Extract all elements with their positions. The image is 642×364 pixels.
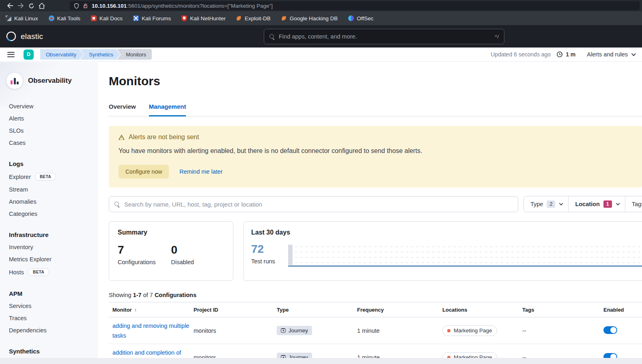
sidebar-item-label: Categories <box>9 211 37 217</box>
sidebar-item-services[interactable]: Services <box>9 300 97 312</box>
sidebar-item-hosts[interactable]: HostsBETA <box>9 265 97 279</box>
bookmark-offsec[interactable]: OffSec <box>348 15 373 22</box>
location-chip[interactable]: Marketing Page <box>442 325 497 336</box>
kibana-toolbar: D Observability Synthetics Monitors Upda… <box>0 47 642 62</box>
sidebar-item-stream[interactable]: Stream <box>9 183 97 196</box>
bookmark-exploit-db[interactable]: Exploit-DB <box>236 15 271 22</box>
configurations-label: Configurations <box>118 259 171 265</box>
kali-forums-favicon-icon <box>133 15 139 21</box>
global-search-input[interactable] <box>279 33 491 40</box>
monitor-search-input[interactable] <box>124 201 513 208</box>
configure-now-button[interactable]: Configure now <box>118 165 169 179</box>
global-search[interactable]: ^/ <box>264 29 504 44</box>
filter-label: Location <box>575 201 599 207</box>
column-header-type[interactable]: Type <box>277 307 357 313</box>
sidebar-item-cases[interactable]: Cases <box>9 137 97 149</box>
column-header-monitor[interactable]: Monitor <box>109 307 194 313</box>
shield-icon[interactable] <box>74 3 79 9</box>
bookmark-label: Kali Tools <box>57 15 81 22</box>
chevron-down-icon <box>559 201 563 205</box>
sidebar-item-overview[interactable]: Overview <box>9 100 97 112</box>
sidebar: Observability Overview Alerts SLOs Cases… <box>0 62 97 364</box>
breadcrumb-observability[interactable]: Observability <box>40 49 84 60</box>
bookmark-google-hacking-db[interactable]: Google Hacking DB <box>281 15 338 22</box>
journey-icon <box>281 328 286 333</box>
bookmark-kali-forums[interactable]: Kali Forums <box>133 15 171 22</box>
column-header-tags[interactable]: Tags <box>522 307 603 313</box>
tab-overview[interactable]: Overview <box>109 103 136 116</box>
google-hacking-db-favicon-icon <box>281 15 287 21</box>
beta-badge: BETA <box>28 268 49 276</box>
type-cell: Journey <box>277 326 357 335</box>
bookmark-kali-tools[interactable]: Kali Tools <box>49 15 81 22</box>
callout-title: Alerts are not being sent <box>129 134 199 141</box>
back-icon[interactable] <box>5 1 15 10</box>
forward-icon[interactable] <box>15 1 26 10</box>
sidebar-app-title: Observability <box>28 77 72 85</box>
sidebar-item-traces[interactable]: Traces <box>9 312 97 324</box>
warning-icon <box>118 135 125 140</box>
filter-location[interactable]: Location 1 <box>568 196 625 212</box>
monitor-search-box[interactable] <box>109 196 518 212</box>
sidebar-section-apm: APM <box>9 287 97 300</box>
journey-badge: Journey <box>277 326 312 335</box>
breadcrumb-monitors: Monitors <box>117 49 152 60</box>
home-icon[interactable] <box>37 1 47 10</box>
sidebar-item-anomalies[interactable]: Anomalies <box>9 196 97 208</box>
bookmark-label: Kali Forums <box>142 15 171 22</box>
column-header-project-id[interactable]: Project ID <box>194 307 277 313</box>
sidebar-item-metrics-explorer[interactable]: Metrics Explorer <box>9 253 97 265</box>
tab-management[interactable]: Management <box>149 103 186 116</box>
breadcrumb-synthetics[interactable]: Synthetics <box>80 49 121 60</box>
tabs: Overview Management <box>109 103 642 116</box>
sidebar-section-synthetics: Synthetics <box>9 345 97 358</box>
locations-cell: Marketing Page <box>442 325 522 336</box>
kali-linux-favicon-icon <box>6 15 11 21</box>
filter-type[interactable]: Type 2 <box>524 196 568 212</box>
offsec-favicon-icon <box>348 15 354 21</box>
enabled-toggle[interactable] <box>603 326 617 334</box>
refresh-interval-button[interactable]: 1 m <box>556 51 575 58</box>
monitor-link[interactable]: adding and removing multiple tasks <box>112 321 190 340</box>
search-icon <box>114 202 120 207</box>
last-30-days-title: Last 30 days <box>251 229 642 236</box>
sidebar-item-alerts[interactable]: Alerts <box>9 112 97 125</box>
alerts-and-rules-menu[interactable]: Alerts and rules <box>587 51 635 58</box>
test-runs-sparkline-chart <box>288 243 642 267</box>
sidebar-item-inventory[interactable]: Inventory <box>9 241 97 253</box>
url-bar[interactable]: 10.10.156.101:5601/app/synthetics/monito… <box>70 1 640 10</box>
chevron-down-icon <box>616 201 620 205</box>
bookmark-label: Kali Linux <box>14 15 38 22</box>
column-header-frequency[interactable]: Frequency <box>357 307 442 313</box>
url-host: 10.10.156.101 <box>92 3 127 9</box>
bookmark-label: OffSec <box>357 15 373 22</box>
browser-toolbar: 10.10.156.101:5601/app/synthetics/monito… <box>0 0 642 11</box>
bookmark-label: Kali NetHunter <box>190 15 226 22</box>
sparkline-bar <box>288 245 293 265</box>
kali-docs-favicon-icon <box>91 15 97 21</box>
sidebar-item-explorer[interactable]: ExplorerBETA <box>9 170 97 183</box>
sidebar-item-categories[interactable]: Categories <box>9 208 97 220</box>
filter-tags[interactable]: Tags <box>625 196 642 212</box>
bookmark-kali-docs[interactable]: Kali Docs <box>91 15 123 22</box>
insecure-lock-icon[interactable] <box>83 3 88 9</box>
main-content: Monitors Overview Management Alerts are … <box>97 62 642 364</box>
page-title: Monitors <box>109 74 642 88</box>
column-header-enabled[interactable]: Enabled <box>603 307 642 313</box>
bookmark-kali-nethunter[interactable]: Kali NetHunter <box>181 15 226 22</box>
bookmarks-bar: Kali Linux Kali Tools Kali Docs Kali For… <box>0 11 642 25</box>
filter-label: Type <box>530 201 543 207</box>
remind-me-later-link[interactable]: Remind me later <box>179 168 222 175</box>
reload-icon[interactable] <box>26 1 37 10</box>
sidebar-item-dependencies[interactable]: Dependencies <box>9 324 97 336</box>
sidebar-item-label: Dependencies <box>9 327 47 334</box>
kali-nethunter-favicon-icon <box>181 15 187 21</box>
sidebar-item-label: Alerts <box>9 115 24 122</box>
bookmark-kali-linux[interactable]: Kali Linux <box>6 15 38 22</box>
elastic-logo[interactable]: elastic <box>6 31 43 42</box>
column-header-locations[interactable]: Locations <box>442 307 522 313</box>
sidebar-item-slos[interactable]: SLOs <box>9 125 97 137</box>
sidebar-section-logs: Logs <box>9 157 97 170</box>
menu-icon[interactable] <box>7 52 15 57</box>
space-avatar[interactable]: D <box>24 50 34 60</box>
